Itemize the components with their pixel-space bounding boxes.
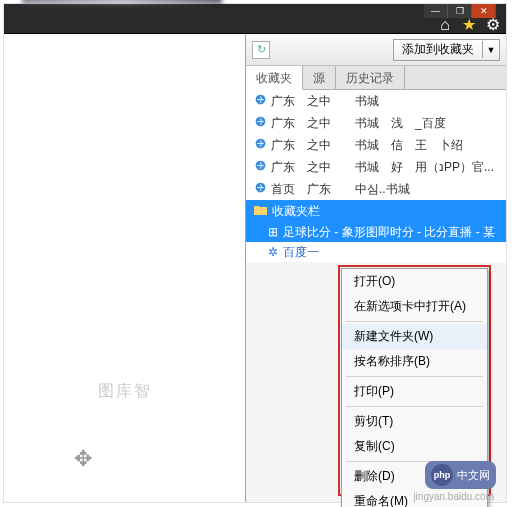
add-favorite-button[interactable]: 添加到收藏夹 ▼: [393, 39, 500, 61]
page-icon: [254, 93, 267, 109]
tab-favorites[interactable]: 收藏夹: [246, 66, 303, 90]
ctx-new-folder[interactable]: 新建文件夹(W): [342, 324, 487, 349]
ctx-open[interactable]: 打开(O): [342, 269, 487, 294]
baidu-icon: ✲: [268, 245, 278, 259]
ctx-print[interactable]: 打印(P): [342, 379, 487, 404]
left-pane: 图库智 ✥: [4, 34, 246, 502]
page-icon: [254, 181, 267, 197]
maximize-button[interactable]: ❐: [448, 4, 472, 18]
list-item-selected[interactable]: ⊞ 足球比分 - 象形图即时分 - 比分直播 - 某: [246, 222, 506, 242]
site-icon: ⊞: [268, 225, 278, 239]
refresh-icon[interactable]: ↻: [252, 41, 270, 59]
topbar-icons: ⌂ ★ ⚙: [438, 18, 500, 32]
window-controls: — ❐ ✕: [424, 4, 496, 18]
separator: [346, 376, 483, 377]
move-handle-icon[interactable]: ✥: [74, 446, 102, 474]
tab-history[interactable]: 历史记录: [336, 66, 405, 89]
minimize-button[interactable]: —: [424, 4, 448, 18]
blurred-region: [22, 0, 222, 4]
titlebar: — ❐ ✕ ⌂ ★ ⚙: [4, 4, 506, 34]
list-item[interactable]: 广东 之中 书城: [246, 90, 506, 112]
list-item[interactable]: 广东 之中 书城 好 用（נPP）官...: [246, 156, 506, 178]
add-favorite-label: 添加到收藏夹: [394, 41, 483, 58]
list-item[interactable]: 首页 广东 中심..书城: [246, 178, 506, 200]
watermark-text: 图库智: [98, 381, 152, 402]
gear-icon[interactable]: ⚙: [486, 18, 500, 32]
folder-label: 收藏夹栏: [272, 203, 320, 220]
separator: [346, 406, 483, 407]
list-item[interactable]: 广东 之中 书城 浅 _百度: [246, 112, 506, 134]
ctx-open-new-tab[interactable]: 在新选项卡中打开(A): [342, 294, 487, 319]
list-item[interactable]: ✲ 百度一: [246, 242, 506, 262]
page-icon: [254, 159, 267, 175]
star-icon[interactable]: ★: [462, 18, 476, 32]
home-icon[interactable]: ⌂: [438, 18, 452, 32]
tabbar: 收藏夹 源 历史记录: [246, 66, 506, 90]
source-url: jingyan.baidu.com: [413, 491, 494, 502]
php-logo-icon: php: [431, 464, 453, 486]
list-item[interactable]: 广东 之中 书城 信 王 卜绍: [246, 134, 506, 156]
tab-feeds[interactable]: 源: [303, 66, 336, 89]
folder-icon: [254, 204, 267, 218]
php-badge-text: 中文网: [457, 468, 490, 483]
chevron-down-icon[interactable]: ▼: [483, 45, 499, 55]
favorites-list: 广东 之中 书城 广东 之中 书城 浅 _百度 广东 之中 书城 信 王 卜绍 …: [246, 90, 506, 262]
ctx-cut[interactable]: 剪切(T): [342, 409, 487, 434]
php-badge: php 中文网: [425, 461, 496, 489]
page-icon: [254, 137, 267, 153]
close-button[interactable]: ✕: [472, 4, 496, 18]
ctx-copy[interactable]: 复制(C): [342, 434, 487, 459]
ctx-sort-name[interactable]: 按名称排序(B): [342, 349, 487, 374]
folder-favorites-bar[interactable]: 收藏夹栏: [246, 200, 506, 222]
page-icon: [254, 115, 267, 131]
panel-toolbar: ↻ 添加到收藏夹 ▼: [246, 34, 506, 66]
separator: [346, 321, 483, 322]
